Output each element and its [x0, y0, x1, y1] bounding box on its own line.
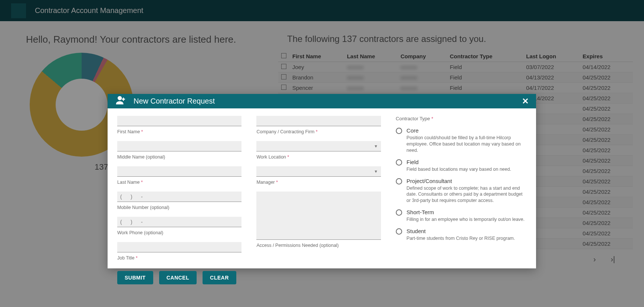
- required-mark: *: [276, 180, 278, 185]
- type-name: Field: [407, 159, 511, 165]
- company-label: Company / Contracting Firm: [256, 129, 314, 134]
- cancel-button[interactable]: CANCEL: [159, 271, 197, 284]
- work-location-select[interactable]: [256, 141, 381, 151]
- required-mark: *: [141, 129, 143, 134]
- radio-icon[interactable]: [396, 228, 402, 235]
- submit-button[interactable]: SUBMIT: [117, 271, 153, 284]
- work-phone-input[interactable]: [117, 217, 242, 227]
- job-title-input[interactable]: [117, 242, 242, 252]
- form-col-left: First Name * Middle Name (optional) Last…: [117, 116, 242, 266]
- first-name-input[interactable]: [117, 116, 242, 126]
- radio-icon[interactable]: [396, 178, 402, 184]
- manager-select[interactable]: [256, 166, 381, 177]
- access-textarea[interactable]: [256, 192, 381, 240]
- required-mark: *: [431, 116, 433, 121]
- new-contractor-modal: New Contractor Request ✕ First Name * Mi…: [108, 94, 536, 268]
- form-col-middle: Company / Contracting Firm * Work Locati…: [256, 116, 381, 266]
- person-plus-icon: [115, 94, 128, 108]
- contractor-type-option[interactable]: Project/ConsultantDefined scope of work …: [396, 178, 526, 204]
- required-mark: *: [288, 154, 289, 160]
- type-desc: Defined scope of work to complete; has a…: [407, 185, 526, 204]
- type-name: Student: [407, 228, 515, 234]
- type-desc: Filling in for an employee who is tempor…: [407, 216, 525, 223]
- first-name-label: First Name: [117, 129, 140, 134]
- contractor-type-group: Contractor Type * CorePosition could/sho…: [396, 116, 526, 266]
- contractor-type-option[interactable]: StudentPart-time students from Cristo Re…: [396, 228, 526, 242]
- radio-icon[interactable]: [396, 128, 402, 134]
- last-name-input[interactable]: [117, 166, 242, 177]
- type-desc: Field based but locations may vary based…: [407, 166, 511, 173]
- close-icon[interactable]: ✕: [522, 97, 529, 106]
- type-name: Project/Consultant: [407, 178, 526, 184]
- required-mark: *: [136, 255, 138, 261]
- radio-icon[interactable]: [396, 159, 402, 166]
- manager-label: Manager: [256, 180, 275, 185]
- mobile-label: Mobile Number (optional): [117, 205, 242, 210]
- modal-header: New Contractor Request ✕: [108, 94, 536, 108]
- modal-body: First Name * Middle Name (optional) Last…: [108, 108, 536, 266]
- modal-footer: SUBMIT CANCEL CLEAR: [108, 266, 536, 292]
- work-location-label: Work Location: [256, 154, 286, 160]
- mobile-input[interactable]: [117, 192, 242, 202]
- contractor-type-option[interactable]: FieldField based but locations may vary …: [396, 159, 526, 173]
- access-label: Access / Permissions Needed (optional): [256, 243, 381, 248]
- job-title-label: Job Title: [117, 255, 135, 261]
- required-mark: *: [316, 129, 318, 134]
- middle-name-input[interactable]: [117, 141, 242, 151]
- contractor-type-option[interactable]: Short-TermFilling in for an employee who…: [396, 209, 526, 223]
- type-name: Short-Term: [407, 209, 525, 215]
- company-input[interactable]: [256, 116, 381, 126]
- type-desc: Position could/should be filled by a ful…: [407, 135, 526, 154]
- radio-icon[interactable]: [396, 209, 402, 216]
- contractor-type-label: Contractor Type: [396, 116, 430, 121]
- modal-title: New Contractor Request: [134, 97, 215, 105]
- last-name-label: Last Name: [117, 180, 139, 185]
- clear-button[interactable]: CLEAR: [203, 271, 236, 284]
- type-desc: Part-time students from Cristo Rey or RI…: [407, 235, 515, 242]
- middle-name-label: Middle Name (optional): [117, 154, 242, 160]
- contractor-type-option[interactable]: CorePosition could/should be filled by a…: [396, 127, 526, 154]
- work-phone-label: Work Phone (optional): [117, 230, 242, 235]
- required-mark: *: [141, 180, 143, 185]
- type-name: Core: [407, 127, 526, 134]
